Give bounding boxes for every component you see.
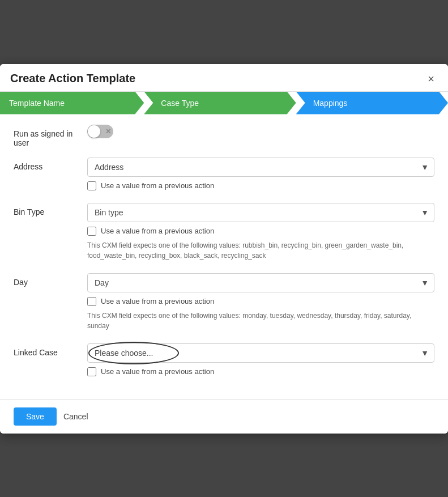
run-as-signed-in-row: Run as signed in user ✕	[14, 125, 434, 147]
save-button[interactable]: Save	[14, 407, 57, 426]
modal-dialog: Create Action Template × Template Name C…	[0, 64, 448, 434]
day-checkbox-label: Use a value from a previous action	[101, 297, 214, 305]
address-content: Address ▼ Use a value from a previous ac…	[87, 158, 434, 193]
step-case-type[interactable]: Case Type	[144, 92, 296, 114]
toggle-switch[interactable]: ✕	[87, 125, 113, 138]
run-as-content: ✕	[87, 125, 434, 138]
day-prev-action-checkbox[interactable]	[87, 297, 96, 306]
address-prev-action-checkbox[interactable]	[87, 181, 96, 190]
bin-type-field-block: Bin type ▼ Use a value from a previous a…	[87, 203, 434, 261]
address-checkbox-label: Use a value from a previous action	[101, 181, 214, 190]
bin-type-hint: This CXM field expects one of the follow…	[87, 240, 434, 261]
bin-type-checkbox-label: Use a value from a previous action	[101, 227, 214, 235]
toggle-knob	[88, 125, 100, 138]
close-button[interactable]: ×	[424, 72, 438, 86]
linked-case-row: Linked Case Please choose... ▼ Use a	[14, 343, 434, 379]
linked-case-label: Linked Case	[14, 343, 87, 357]
address-label: Address	[14, 158, 87, 171]
linked-case-checkbox-label: Use a value from a previous action	[101, 367, 214, 376]
address-select[interactable]: Address	[87, 158, 434, 177]
address-checkbox-row: Use a value from a previous action	[87, 181, 434, 190]
step-mappings[interactable]: Mappings	[296, 92, 448, 114]
modal-body: Run as signed in user ✕ Address	[0, 114, 448, 399]
address-select-wrap: Address ▼	[87, 158, 434, 177]
linked-case-prev-action-checkbox[interactable]	[87, 367, 96, 376]
day-hint: This CXM field expects one of the follow…	[87, 311, 434, 331]
linked-case-select[interactable]: Please choose...	[87, 343, 434, 363]
run-as-label: Run as signed in user	[14, 125, 87, 147]
bin-type-prev-action-checkbox[interactable]	[87, 227, 96, 236]
day-checkbox-row: Use a value from a previous action	[87, 297, 434, 306]
linked-case-content: Please choose... ▼ Use a value from a pr…	[87, 343, 434, 379]
day-row: Day Day ▼ Use a value from a previous ac…	[14, 273, 434, 333]
bin-type-row: Bin Type Bin type ▼ Use a value from a p…	[14, 203, 434, 263]
linked-case-checkbox-row: Use a value from a previous action	[87, 367, 434, 376]
modal-footer: Save Cancel	[0, 399, 448, 434]
day-content: Day ▼ Use a value from a previous action…	[87, 273, 434, 333]
step-template-name[interactable]: Template Name	[0, 92, 144, 114]
bin-type-select[interactable]: Bin type	[87, 203, 434, 222]
stepper: Template Name Case Type Mappings	[0, 92, 448, 114]
modal-overlay: Create Action Template × Template Name C…	[0, 0, 448, 497]
address-field-block: Address ▼ Use a value from a previous ac…	[87, 158, 434, 190]
bin-type-content: Bin type ▼ Use a value from a previous a…	[87, 203, 434, 263]
day-select-wrap: Day ▼	[87, 273, 434, 292]
cancel-button[interactable]: Cancel	[63, 412, 88, 421]
day-label: Day	[14, 273, 87, 287]
day-select[interactable]: Day	[87, 273, 434, 292]
toggle-x-icon: ✕	[105, 128, 111, 135]
bin-type-select-wrap: Bin type ▼	[87, 203, 434, 222]
day-field-block: Day ▼ Use a value from a previous action…	[87, 273, 434, 331]
address-row: Address Address ▼ Use a value from a pre…	[14, 158, 434, 193]
bin-type-checkbox-row: Use a value from a previous action	[87, 227, 434, 236]
linked-case-select-wrap: Please choose... ▼	[87, 343, 434, 363]
bin-type-label: Bin Type	[14, 203, 87, 216]
toggle-wrap: ✕	[87, 125, 434, 138]
modal-header: Create Action Template ×	[0, 64, 448, 92]
linked-case-field-block: Please choose... ▼ Use a value from a pr…	[87, 343, 434, 376]
modal-title: Create Action Template	[10, 72, 135, 85]
